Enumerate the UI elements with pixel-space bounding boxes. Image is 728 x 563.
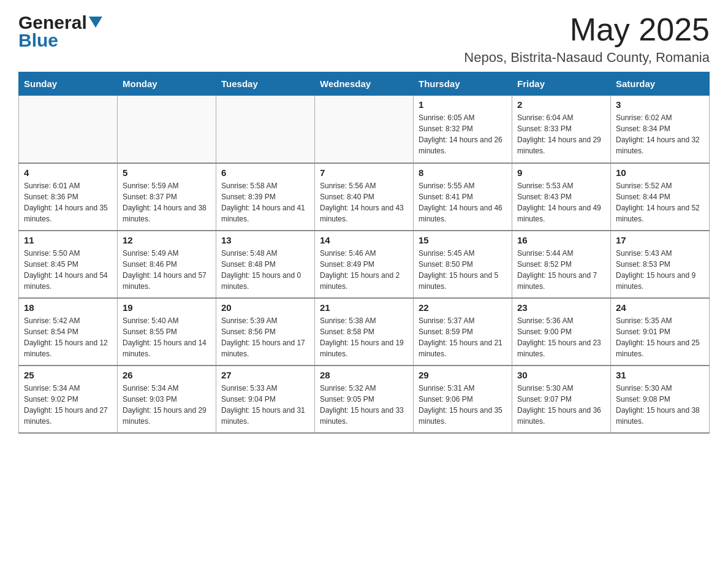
day-number: 17 [616, 235, 704, 245]
calendar-week-row: 4Sunrise: 6:01 AMSunset: 8:36 PMDaylight… [19, 163, 710, 231]
calendar-cell: 25Sunrise: 5:34 AMSunset: 9:02 PMDayligh… [19, 366, 118, 433]
logo-blue: Blue [18, 30, 102, 50]
day-number: 15 [419, 235, 507, 245]
day-number: 26 [123, 370, 211, 380]
calendar-cell: 27Sunrise: 5:33 AMSunset: 9:04 PMDayligh… [216, 366, 315, 433]
day-number: 30 [517, 370, 605, 380]
calendar-cell: 29Sunrise: 5:31 AMSunset: 9:06 PMDayligh… [414, 366, 512, 433]
day-number: 14 [320, 235, 408, 245]
day-number: 25 [24, 370, 112, 380]
day-info: Sunrise: 5:55 AMSunset: 8:41 PMDaylight:… [419, 180, 507, 224]
day-info: Sunrise: 5:30 AMSunset: 9:07 PMDaylight:… [517, 383, 605, 427]
day-info: Sunrise: 5:40 AMSunset: 8:55 PMDaylight:… [123, 315, 211, 359]
calendar-week-row: 11Sunrise: 5:50 AMSunset: 8:45 PMDayligh… [19, 231, 710, 298]
day-info: Sunrise: 6:04 AMSunset: 8:33 PMDaylight:… [517, 112, 605, 156]
day-info: Sunrise: 5:56 AMSunset: 8:40 PMDaylight:… [320, 180, 408, 224]
day-info: Sunrise: 5:43 AMSunset: 8:53 PMDaylight:… [616, 248, 704, 292]
day-info: Sunrise: 5:53 AMSunset: 8:43 PMDaylight:… [517, 180, 605, 224]
calendar-cell: 6Sunrise: 5:58 AMSunset: 8:39 PMDaylight… [216, 163, 315, 231]
day-info: Sunrise: 5:42 AMSunset: 8:54 PMDaylight:… [24, 315, 112, 359]
calendar-cell: 17Sunrise: 5:43 AMSunset: 8:53 PMDayligh… [611, 231, 710, 298]
calendar-cell: 12Sunrise: 5:49 AMSunset: 8:46 PMDayligh… [118, 231, 216, 298]
day-info: Sunrise: 5:50 AMSunset: 8:45 PMDaylight:… [24, 248, 112, 292]
day-number: 5 [123, 167, 211, 178]
calendar-week-row: 1Sunrise: 6:05 AMSunset: 8:32 PMDaylight… [19, 96, 710, 163]
calendar-cell: 23Sunrise: 5:36 AMSunset: 9:00 PMDayligh… [512, 298, 611, 366]
day-number: 2 [517, 99, 605, 110]
day-number: 24 [616, 302, 704, 313]
day-number: 7 [320, 167, 408, 178]
col-header-thursday: Thursday [414, 72, 512, 96]
page-header: G eneral Blue May 2025 Nepos, Bistrita-N… [18, 12, 710, 66]
day-number: 9 [517, 167, 605, 178]
calendar-cell: 9Sunrise: 5:53 AMSunset: 8:43 PMDaylight… [512, 163, 611, 231]
day-number: 13 [221, 235, 309, 245]
day-number: 10 [616, 167, 704, 178]
col-header-saturday: Saturday [611, 72, 710, 96]
day-info: Sunrise: 6:02 AMSunset: 8:34 PMDaylight:… [616, 112, 704, 156]
day-number: 12 [123, 235, 211, 245]
day-info: Sunrise: 5:44 AMSunset: 8:52 PMDaylight:… [517, 248, 605, 292]
day-number: 22 [419, 302, 507, 313]
day-info: Sunrise: 5:35 AMSunset: 9:01 PMDaylight:… [616, 315, 704, 359]
calendar-cell: 18Sunrise: 5:42 AMSunset: 8:54 PMDayligh… [19, 298, 118, 366]
calendar-cell: 14Sunrise: 5:46 AMSunset: 8:49 PMDayligh… [315, 231, 414, 298]
day-info: Sunrise: 5:52 AMSunset: 8:44 PMDaylight:… [616, 180, 704, 224]
day-number: 8 [419, 167, 507, 178]
calendar-cell: 20Sunrise: 5:39 AMSunset: 8:56 PMDayligh… [216, 298, 315, 366]
day-info: Sunrise: 5:37 AMSunset: 8:59 PMDaylight:… [419, 315, 507, 359]
calendar-cell: 30Sunrise: 5:30 AMSunset: 9:07 PMDayligh… [512, 366, 611, 433]
calendar-cell: 21Sunrise: 5:38 AMSunset: 8:58 PMDayligh… [315, 298, 414, 366]
logo-arrow-icon [89, 17, 102, 31]
day-info: Sunrise: 6:05 AMSunset: 8:32 PMDaylight:… [419, 112, 507, 156]
day-info: Sunrise: 5:45 AMSunset: 8:50 PMDaylight:… [419, 248, 507, 292]
day-info: Sunrise: 5:59 AMSunset: 8:37 PMDaylight:… [123, 180, 211, 224]
calendar-cell: 5Sunrise: 5:59 AMSunset: 8:37 PMDaylight… [118, 163, 216, 231]
calendar-week-row: 25Sunrise: 5:34 AMSunset: 9:02 PMDayligh… [19, 366, 710, 433]
day-number: 23 [517, 302, 605, 313]
day-info: Sunrise: 5:31 AMSunset: 9:06 PMDaylight:… [419, 383, 507, 427]
calendar-cell: 11Sunrise: 5:50 AMSunset: 8:45 PMDayligh… [19, 231, 118, 298]
calendar-cell [19, 96, 118, 163]
calendar-cell: 28Sunrise: 5:32 AMSunset: 9:05 PMDayligh… [315, 366, 414, 433]
calendar-cell: 22Sunrise: 5:37 AMSunset: 8:59 PMDayligh… [414, 298, 512, 366]
calendar-cell: 31Sunrise: 5:30 AMSunset: 9:08 PMDayligh… [611, 366, 710, 433]
day-info: Sunrise: 5:48 AMSunset: 8:48 PMDaylight:… [221, 248, 309, 292]
calendar-cell: 10Sunrise: 5:52 AMSunset: 8:44 PMDayligh… [611, 163, 710, 231]
col-header-sunday: Sunday [19, 72, 118, 96]
day-number: 4 [24, 167, 112, 178]
day-info: Sunrise: 5:34 AMSunset: 9:03 PMDaylight:… [123, 383, 211, 427]
calendar-cell: 1Sunrise: 6:05 AMSunset: 8:32 PMDaylight… [414, 96, 512, 163]
day-info: Sunrise: 5:33 AMSunset: 9:04 PMDaylight:… [221, 383, 309, 427]
day-info: Sunrise: 5:32 AMSunset: 9:05 PMDaylight:… [320, 383, 408, 427]
day-number: 21 [320, 302, 408, 313]
day-number: 18 [24, 302, 112, 313]
calendar-cell: 24Sunrise: 5:35 AMSunset: 9:01 PMDayligh… [611, 298, 710, 366]
day-number: 27 [221, 370, 309, 380]
col-header-tuesday: Tuesday [216, 72, 315, 96]
day-number: 20 [221, 302, 309, 313]
day-info: Sunrise: 5:36 AMSunset: 9:00 PMDaylight:… [517, 315, 605, 359]
day-number: 11 [24, 235, 112, 245]
day-info: Sunrise: 5:30 AMSunset: 9:08 PMDaylight:… [616, 383, 704, 427]
col-header-wednesday: Wednesday [315, 72, 414, 96]
calendar-cell: 13Sunrise: 5:48 AMSunset: 8:48 PMDayligh… [216, 231, 315, 298]
day-info: Sunrise: 5:46 AMSunset: 8:49 PMDaylight:… [320, 248, 408, 292]
day-info: Sunrise: 5:49 AMSunset: 8:46 PMDaylight:… [123, 248, 211, 292]
title-block: May 2025 Nepos, Bistrita-Nasaud County, … [464, 12, 710, 66]
location-subtitle: Nepos, Bistrita-Nasaud County, Romania [464, 50, 710, 66]
day-number: 6 [221, 167, 309, 178]
day-info: Sunrise: 5:39 AMSunset: 8:56 PMDaylight:… [221, 315, 309, 359]
day-number: 16 [517, 235, 605, 245]
calendar-cell: 8Sunrise: 5:55 AMSunset: 8:41 PMDaylight… [414, 163, 512, 231]
calendar-cell [118, 96, 216, 163]
svg-marker-0 [89, 17, 102, 28]
day-info: Sunrise: 6:01 AMSunset: 8:36 PMDaylight:… [24, 180, 112, 224]
month-year-title: May 2025 [464, 12, 710, 47]
logo: G eneral Blue [18, 12, 102, 50]
day-info: Sunrise: 5:58 AMSunset: 8:39 PMDaylight:… [221, 180, 309, 224]
day-info: Sunrise: 5:38 AMSunset: 8:58 PMDaylight:… [320, 315, 408, 359]
day-number: 31 [616, 370, 704, 380]
day-number: 1 [419, 99, 507, 110]
calendar-cell: 19Sunrise: 5:40 AMSunset: 8:55 PMDayligh… [118, 298, 216, 366]
